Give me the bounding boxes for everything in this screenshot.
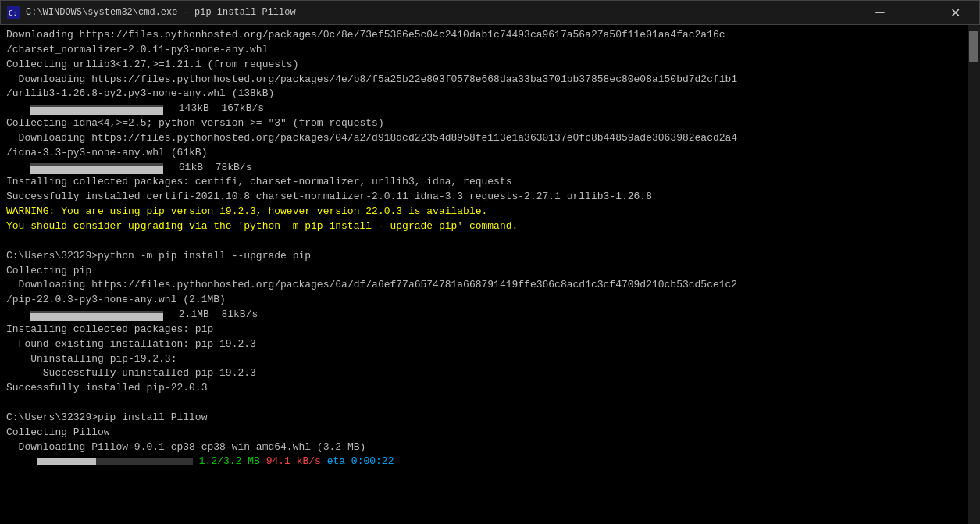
scrollbar[interactable] <box>968 25 980 524</box>
cmd-icon: C: <box>7 6 20 19</box>
minimize-button[interactable]: ─ <box>862 0 898 25</box>
scrollbar-thumb[interactable] <box>969 31 978 62</box>
maximize-button[interactable]: □ <box>900 0 935 25</box>
close-button[interactable]: ✕ <box>937 0 973 25</box>
svg-text:C:: C: <box>9 9 17 17</box>
terminal-output: Downloading https://files.pythonhosted.o… <box>6 28 974 469</box>
terminal-area[interactable]: Downloading https://files.pythonhosted.o… <box>0 25 980 524</box>
title-bar-controls: ─ □ ✕ <box>862 0 973 25</box>
title-bar: C: C:\WINDOWS\system32\cmd.exe - pip ins… <box>0 0 980 25</box>
title-bar-text: C:\WINDOWS\system32\cmd.exe - pip instal… <box>26 7 862 18</box>
